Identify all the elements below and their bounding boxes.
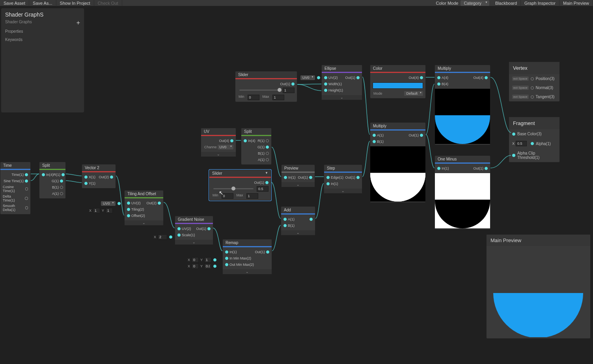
port-out[interactable] xyxy=(266,152,269,155)
port-out[interactable] xyxy=(485,167,488,170)
port-in[interactable] xyxy=(42,173,45,176)
port-out[interactable] xyxy=(60,192,63,195)
node-title[interactable]: Split xyxy=(241,128,271,135)
port-out[interactable] xyxy=(25,197,28,200)
node-title[interactable]: Time xyxy=(0,162,30,169)
node-title[interactable]: Slider xyxy=(235,71,297,78)
port-in[interactable] xyxy=(177,233,181,237)
node-multiply[interactable]: Multiply A(1)Out(1) B(1) xyxy=(370,122,426,203)
port-in[interactable] xyxy=(324,89,327,92)
node-title[interactable]: Multiply xyxy=(370,123,425,129)
port-out[interactable] xyxy=(25,179,28,183)
node-title[interactable]: Preview xyxy=(282,165,315,172)
node-remap[interactable]: Remap In(1)Out(1) In Min Max(2) Out Min … xyxy=(222,239,272,274)
port-in[interactable] xyxy=(324,76,327,79)
port-out[interactable] xyxy=(356,176,360,179)
node-time[interactable]: Time Time(1) Sine Time(1) Cosine Time(1)… xyxy=(0,162,31,215)
port-in[interactable] xyxy=(531,86,534,90)
port-out[interactable] xyxy=(265,181,269,184)
port-in[interactable] xyxy=(512,154,515,157)
node-title[interactable]: Step xyxy=(324,165,362,172)
node-slider[interactable]: Slider Out(1) Min Max xyxy=(235,71,297,102)
node-title[interactable]: Tiling And Offset xyxy=(125,190,163,197)
collapse-icon[interactable]: ⌄ xyxy=(281,230,315,235)
slider-value-input[interactable] xyxy=(257,186,269,192)
node-uv[interactable]: UV Out(4) ChanneUV0 ⌄ xyxy=(201,128,236,157)
node-title[interactable]: Vector 2 xyxy=(82,164,116,171)
port-in[interactable] xyxy=(84,175,88,179)
port-out[interactable] xyxy=(266,158,269,161)
port-out[interactable] xyxy=(266,139,269,142)
port-in[interactable] xyxy=(437,167,440,170)
port-out[interactable] xyxy=(485,76,488,79)
node-preview[interactable]: Preview In(1)Out(1) ⌄ xyxy=(281,164,315,187)
slider-max-input[interactable] xyxy=(246,193,258,199)
port-out[interactable] xyxy=(309,176,312,179)
port-in[interactable] xyxy=(283,224,287,227)
main-preview-panel[interactable]: Main Preview xyxy=(486,234,591,339)
node-title[interactable]: Slider▼ xyxy=(209,170,271,177)
node-split[interactable]: Split In(4)R(1) G(1) B(1) A(1) xyxy=(241,128,272,165)
port-out[interactable] xyxy=(25,173,28,176)
port-in[interactable] xyxy=(437,76,440,79)
node-title[interactable]: Multiply xyxy=(435,65,490,72)
node-title[interactable]: Remap xyxy=(223,239,272,246)
uv-dropdown-control[interactable]: UV0 xyxy=(101,201,121,206)
collapse-icon[interactable]: ⌄ xyxy=(282,182,315,187)
port-in[interactable] xyxy=(84,182,88,185)
port-out[interactable] xyxy=(266,146,269,149)
slider-max-input[interactable] xyxy=(272,95,284,100)
port-in[interactable] xyxy=(373,134,376,137)
graph-inspector-toggle[interactable]: Graph Inspector xyxy=(521,0,559,6)
port-in[interactable] xyxy=(531,77,534,80)
alpha-input[interactable] xyxy=(516,141,527,146)
uv-channel-dropdown[interactable]: UV0 xyxy=(218,145,233,149)
color-mode-dropdown[interactable]: Category xyxy=(461,0,489,6)
port-in[interactable] xyxy=(283,218,287,221)
port-in[interactable] xyxy=(437,82,440,86)
port-out[interactable] xyxy=(310,218,313,221)
scale-input[interactable]: X xyxy=(153,234,172,240)
master-vertex[interactable]: Vertex ect SpacePosition(3) ect SpaceNor… xyxy=(509,62,560,102)
slider-track[interactable] xyxy=(213,188,254,189)
show-in-project-button[interactable]: Show In Project xyxy=(56,0,94,6)
color-swatch[interactable] xyxy=(373,82,423,89)
port-in[interactable] xyxy=(326,182,330,185)
main-preview-toggle[interactable]: Main Preview xyxy=(559,0,593,6)
port-in[interactable] xyxy=(512,133,515,136)
node-title[interactable]: One Minus xyxy=(435,156,490,162)
tiling-xy-input[interactable]: XY xyxy=(88,208,113,213)
collapse-icon[interactable]: ⌄ xyxy=(223,269,272,274)
port-in[interactable] xyxy=(177,227,181,230)
node-multiply[interactable]: Multiply A(4)Out(4) B(4) xyxy=(434,65,490,145)
node-vector2[interactable]: Vector 2 X(1)Out(2) Y(1) xyxy=(82,164,116,189)
collapse-icon[interactable]: ⌄ xyxy=(322,95,362,100)
save-asset-button[interactable]: Save Asset xyxy=(0,0,29,6)
port-out[interactable] xyxy=(266,250,269,254)
node-color[interactable]: Color Out(4) ModeDefault xyxy=(370,65,426,99)
collapse-icon[interactable]: ⌄ xyxy=(175,240,213,245)
port-out[interactable] xyxy=(207,227,211,230)
port-in[interactable] xyxy=(373,140,376,143)
port-in[interactable] xyxy=(225,250,228,254)
port-out[interactable] xyxy=(60,179,63,183)
save-as-button[interactable]: Save As... xyxy=(29,0,56,6)
blackboard-toggle[interactable]: Blackboard xyxy=(492,0,521,6)
remap-inminmax-input[interactable]: XY xyxy=(187,257,216,263)
port-in[interactable] xyxy=(531,142,534,145)
ellipse-uv-dropdown[interactable]: UV0 xyxy=(300,75,320,80)
slider-min-input[interactable] xyxy=(222,193,233,199)
port-in[interactable] xyxy=(127,202,130,205)
remap-outminmax-input[interactable]: XY xyxy=(187,263,216,269)
port-out[interactable] xyxy=(60,186,63,189)
port-in[interactable] xyxy=(127,208,130,211)
port-out[interactable] xyxy=(356,76,360,79)
node-ellipse[interactable]: Ellipse UV(2)Out(1) Width(1) Height(1) ⌄ xyxy=(321,65,362,100)
port-out[interactable] xyxy=(291,82,295,86)
port-out[interactable] xyxy=(25,187,28,190)
port-in[interactable] xyxy=(326,176,330,179)
slider-min-input[interactable] xyxy=(248,95,259,100)
port-out[interactable] xyxy=(62,173,65,176)
node-tiling-offset[interactable]: Tiling And Offset UV(2)Out(2) Tiling(2) … xyxy=(124,190,164,226)
main-preview-title[interactable]: Main Preview xyxy=(487,235,590,246)
